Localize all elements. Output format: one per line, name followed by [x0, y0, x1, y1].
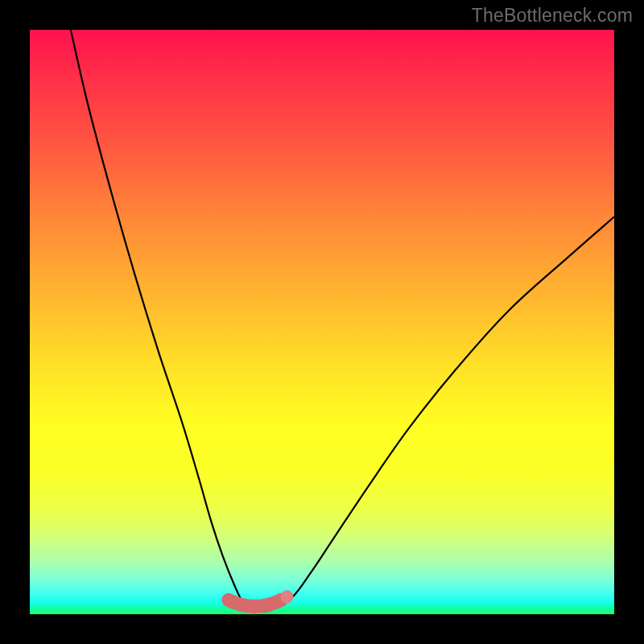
bottleneck-curve [71, 30, 614, 611]
optimal-band [229, 600, 281, 606]
plot-area [30, 30, 614, 614]
marker-dot [280, 590, 293, 603]
watermark-text: TheBottleneck.com [472, 5, 633, 27]
bottleneck-curve-svg [30, 30, 614, 614]
chart-frame: TheBottleneck.com [0, 0, 644, 644]
